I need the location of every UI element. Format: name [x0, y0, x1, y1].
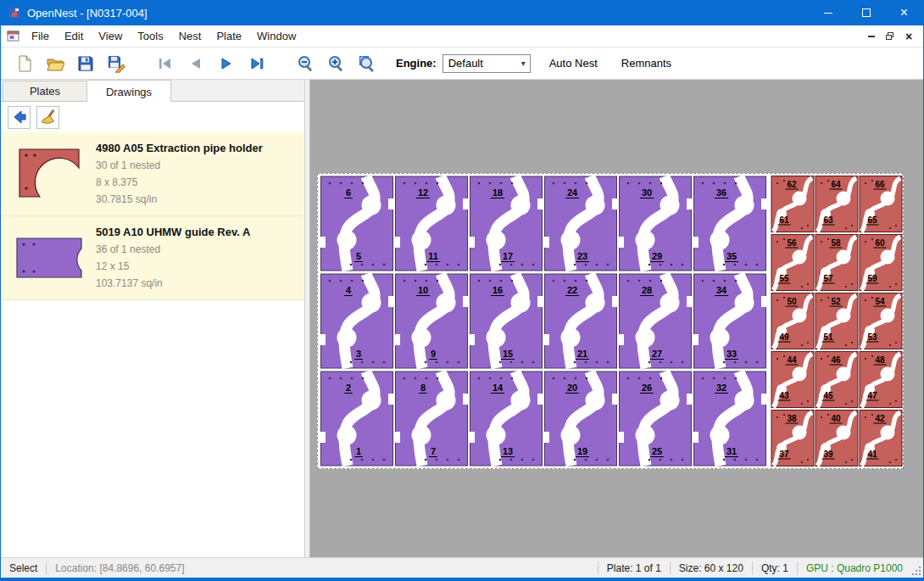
go-first-button[interactable] — [152, 51, 179, 76]
svg-text:20: 20 — [567, 383, 577, 393]
go-previous-button[interactable] — [182, 51, 209, 76]
svg-text:40: 40 — [831, 414, 841, 423]
purple-part-pair[interactable]: 1817 — [469, 175, 543, 272]
menu-edit[interactable]: Edit — [57, 26, 91, 46]
svg-text:15: 15 — [503, 349, 513, 359]
red-part-pair[interactable]: 6463 — [815, 175, 859, 233]
red-part-pair[interactable]: 6261 — [771, 175, 815, 233]
mdi-restore-button[interactable] — [881, 28, 899, 45]
list-item[interactable]: 5019 A10 UHMW guide Rev. A 36 of 1 neste… — [1, 216, 304, 300]
mdi-minimize-icon — [868, 36, 875, 37]
menu-window[interactable]: Window — [249, 26, 303, 46]
maximize-button[interactable] — [847, 0, 885, 25]
purple-parts-grid: 6512111817242330293635431091615222128273… — [320, 175, 767, 467]
auto-nest-button[interactable]: Auto Nest — [544, 53, 603, 73]
part-thumbnail-purple — [13, 224, 86, 292]
menu-tools[interactable]: Tools — [130, 26, 170, 46]
main-toolbar: Engine: Default ▾ Auto Nest Remnants — [1, 47, 923, 80]
go-last-button[interactable] — [243, 51, 270, 76]
red-part-pair[interactable]: 5857 — [815, 233, 859, 292]
red-part-pair[interactable]: 3837 — [771, 409, 815, 467]
purple-part-pair[interactable]: 1211 — [394, 175, 469, 272]
close-button[interactable]: × — [885, 0, 923, 25]
purple-part-pair[interactable]: 1413 — [469, 370, 543, 467]
minimize-button[interactable] — [809, 0, 847, 25]
document-icon — [7, 30, 19, 42]
status-size: Size: 60 x 120 — [671, 562, 752, 574]
tab-plates[interactable]: Plates — [3, 81, 87, 101]
purple-part-pair[interactable]: 2221 — [543, 272, 618, 370]
purple-part-pair[interactable]: 2625 — [618, 370, 693, 467]
svg-text:52: 52 — [831, 297, 841, 306]
purple-part-pair[interactable]: 21 — [320, 370, 394, 467]
purple-part-pair[interactable]: 109 — [394, 272, 469, 370]
red-part-pair[interactable]: 5453 — [859, 292, 903, 350]
purple-part-pair[interactable]: 3029 — [618, 175, 693, 272]
purple-part-pair[interactable]: 3635 — [693, 175, 767, 272]
zoom-in-icon — [327, 54, 346, 73]
menu-file[interactable]: File — [24, 26, 57, 46]
status-qty: Qty: 1 — [753, 562, 797, 574]
open-button[interactable] — [42, 51, 69, 76]
zoom-out-button[interactable] — [292, 51, 320, 76]
red-part-pair[interactable]: 5049 — [771, 292, 815, 350]
purple-part-pair[interactable]: 3231 — [693, 370, 767, 467]
drawing-name: 4980 A05 Extraction pipe holder — [96, 142, 263, 154]
svg-text:61: 61 — [779, 215, 789, 225]
mdi-minimize-button[interactable] — [862, 28, 881, 45]
zoom-fit-icon — [358, 54, 376, 73]
svg-text:11: 11 — [428, 251, 438, 261]
purple-part-pair[interactable]: 2827 — [618, 272, 693, 370]
status-location: Location: [84.8696, 60.6957] — [47, 562, 192, 574]
svg-text:58: 58 — [831, 238, 841, 248]
red-part-pair[interactable]: 5655 — [771, 233, 815, 292]
panel-splitter[interactable] — [304, 80, 310, 557]
send-to-nest-button[interactable] — [8, 106, 31, 129]
red-part-pair[interactable]: 4847 — [859, 350, 903, 409]
menu-nest[interactable]: Nest — [171, 26, 209, 46]
red-part-pair[interactable]: 6059 — [859, 233, 903, 292]
save-button[interactable] — [72, 51, 99, 76]
nest-canvas[interactable]: 6512111817242330293635431091615222128273… — [310, 80, 923, 557]
svg-text:21: 21 — [577, 349, 587, 359]
purple-part-pair[interactable]: 1615 — [469, 272, 543, 370]
tab-drawings[interactable]: Drawings — [86, 80, 171, 102]
red-part-pair[interactable]: 4241 — [859, 409, 903, 467]
new-button[interactable] — [11, 51, 38, 76]
red-part-pair[interactable]: 6665 — [859, 175, 903, 233]
drawing-size: 12 x 15 — [96, 258, 250, 275]
zoom-fit-button[interactable] — [353, 51, 381, 76]
clear-button[interactable] — [36, 106, 59, 129]
purple-part-pair[interactable]: 65 — [320, 175, 394, 272]
statusbar: Select Location: [84.8696, 60.6957] Plat… — [1, 557, 923, 578]
red-part-pair[interactable]: 4645 — [815, 350, 859, 409]
save-disk-icon — [76, 54, 95, 73]
go-next-button[interactable] — [213, 51, 240, 76]
menu-view[interactable]: View — [91, 26, 130, 46]
svg-text:25: 25 — [652, 446, 662, 456]
purple-part-pair[interactable]: 2019 — [543, 370, 618, 467]
menu-plate[interactable]: Plate — [209, 26, 249, 46]
status-gpu: GPU : Quadro P1000 — [798, 562, 911, 574]
red-part-pair[interactable]: 4443 — [771, 350, 815, 409]
resize-grip-icon[interactable] — [911, 558, 923, 578]
plate[interactable]: 6512111817242330293635431091615222128273… — [317, 173, 904, 469]
engine-select[interactable]: Default ▾ — [443, 54, 531, 73]
purple-part-pair[interactable]: 3433 — [693, 272, 767, 370]
save-as-button[interactable] — [103, 51, 130, 76]
window-title: OpenNest - [N0317-004] — [27, 7, 809, 20]
purple-part-pair[interactable]: 43 — [320, 272, 394, 370]
remnants-button[interactable]: Remnants — [616, 53, 676, 73]
red-part-pair[interactable]: 4039 — [815, 409, 859, 467]
purple-part-pair[interactable]: 2423 — [543, 175, 618, 272]
purple-part-pair[interactable]: 87 — [394, 370, 469, 467]
svg-text:34: 34 — [716, 285, 727, 295]
minimize-icon — [824, 13, 832, 14]
svg-text:26: 26 — [642, 383, 652, 393]
svg-text:56: 56 — [787, 238, 797, 248]
list-item[interactable]: 4980 A05 Extraction pipe holder 30 of 1 … — [1, 132, 304, 216]
red-part-pair[interactable]: 5251 — [815, 292, 859, 350]
mdi-close-button[interactable]: × — [899, 28, 918, 45]
zoom-in-button[interactable] — [323, 51, 350, 76]
svg-text:60: 60 — [875, 238, 885, 248]
